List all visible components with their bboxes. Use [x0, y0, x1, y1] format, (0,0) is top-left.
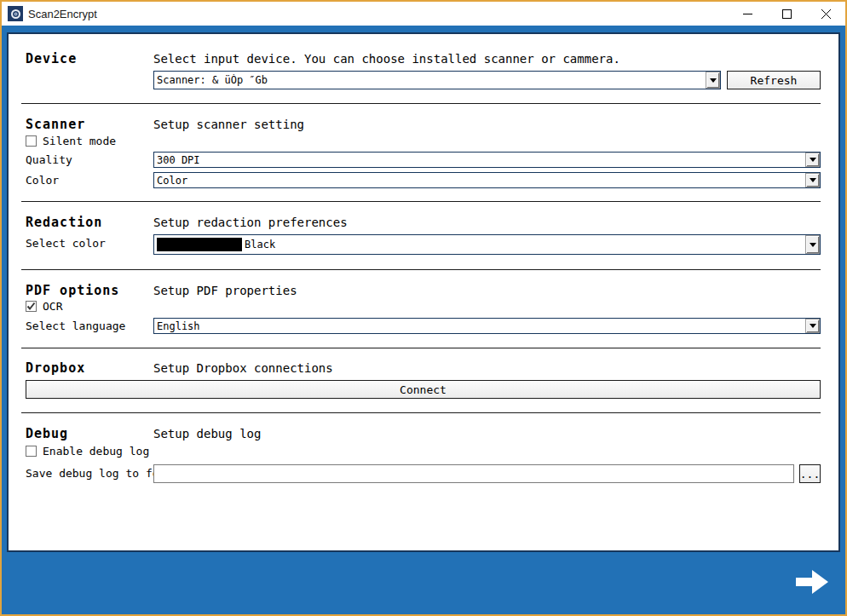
- device-select-value: Scanner: & üÓp ″Gb: [154, 74, 706, 86]
- language-select-dropdown-icon[interactable]: [805, 319, 820, 333]
- select-color-label: Select color: [26, 237, 106, 250]
- app-window: Scan2Encrypt Device Select input device.…: [0, 0, 847, 616]
- redaction-color-dropdown-icon[interactable]: [805, 235, 820, 254]
- redaction-section-title: Redaction: [26, 215, 102, 230]
- color-select[interactable]: Color: [153, 172, 821, 188]
- settings-panel: Device Select input device. You can choo…: [7, 32, 840, 552]
- app-icon: [8, 6, 23, 21]
- redaction-color-value: Black: [242, 239, 805, 250]
- debug-section-description: Setup debug log: [153, 427, 261, 440]
- language-select-value: English: [154, 320, 805, 332]
- device-select[interactable]: Scanner: & üÓp ″Gb: [153, 71, 721, 89]
- scanner-section-title: Scanner: [26, 117, 85, 132]
- arrow-right-icon: [794, 567, 830, 597]
- scanner-section-description: Setup scanner setting: [153, 118, 304, 131]
- quality-select[interactable]: 300 DPI: [153, 152, 821, 168]
- enable-debug-checkbox[interactable]: [26, 446, 37, 457]
- next-arrow-button[interactable]: [794, 567, 830, 601]
- section-divider: [21, 103, 821, 104]
- ocr-checkbox-row[interactable]: OCR: [26, 300, 62, 313]
- silent-mode-checkbox[interactable]: [26, 135, 37, 147]
- enable-debug-label: Enable debug log: [43, 445, 149, 458]
- color-label: Color: [26, 174, 59, 187]
- save-debug-log-label: Save debug log to fol: [26, 467, 165, 480]
- pdf-options-section-title: PDF options: [26, 283, 119, 298]
- enable-debug-checkbox-row[interactable]: Enable debug log: [26, 445, 149, 458]
- section-divider: [21, 201, 821, 202]
- section-divider: [21, 269, 821, 270]
- device-section-description: Select input device. You can choose inst…: [153, 52, 620, 66]
- device-select-dropdown-icon[interactable]: [706, 72, 720, 89]
- device-section-title: Device: [26, 51, 77, 66]
- refresh-button[interactable]: Refresh: [727, 71, 821, 89]
- select-language-label: Select language: [26, 320, 125, 332]
- dropbox-section-description: Setup Dropbox connections: [153, 361, 333, 375]
- quality-label: Quality: [26, 153, 72, 166]
- maximize-button[interactable]: [767, 2, 806, 26]
- window-title: Scan2Encrypt: [28, 8, 97, 20]
- debug-log-path-input[interactable]: [153, 464, 794, 483]
- redaction-color-swatch: [157, 238, 242, 251]
- redaction-color-select[interactable]: Black: [153, 234, 821, 255]
- pdf-options-section-description: Setup PDF properties: [153, 284, 297, 297]
- silent-mode-checkbox-row[interactable]: Silent mode: [26, 135, 116, 147]
- browse-folder-button[interactable]: ...: [799, 464, 821, 483]
- ocr-checkbox[interactable]: [26, 301, 37, 312]
- redaction-section-description: Setup redaction preferences: [153, 216, 348, 229]
- quality-select-value: 300 DPI: [154, 154, 805, 166]
- ocr-label: OCR: [43, 300, 62, 313]
- debug-section-title: Debug: [26, 426, 68, 441]
- titlebar: Scan2Encrypt: [2, 2, 845, 26]
- silent-mode-label: Silent mode: [43, 135, 116, 147]
- color-select-value: Color: [154, 175, 805, 187]
- color-select-dropdown-icon[interactable]: [805, 173, 820, 187]
- minimize-button[interactable]: [728, 2, 767, 26]
- quality-select-dropdown-icon[interactable]: [805, 153, 820, 167]
- dropbox-section-title: Dropbox: [26, 360, 85, 376]
- language-select[interactable]: English: [153, 318, 821, 334]
- section-divider: [21, 412, 821, 413]
- section-divider: [21, 348, 821, 348]
- connect-button[interactable]: Connect: [26, 380, 821, 399]
- close-button[interactable]: [806, 2, 845, 26]
